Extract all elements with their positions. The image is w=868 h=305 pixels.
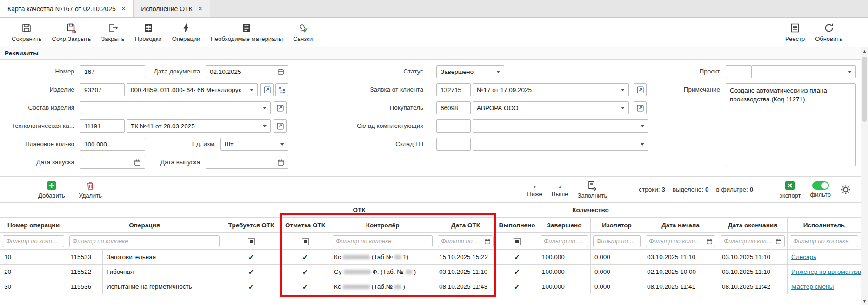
refresh-button[interactable]: Обновить bbox=[810, 20, 848, 44]
buyer-code-input[interactable] bbox=[436, 101, 471, 114]
col-header-end-date[interactable]: Дата окончания bbox=[718, 218, 788, 233]
settings-gear-button[interactable] bbox=[840, 184, 851, 195]
grid-counters: строки:3 выделено:0 в фильтре:0 bbox=[639, 186, 753, 193]
fg-warehouse-code-input[interactable] bbox=[436, 138, 471, 151]
executor-link[interactable]: Слесарь bbox=[791, 253, 816, 260]
uom-select[interactable]: Шт bbox=[220, 138, 288, 151]
vertical-scrollbar[interactable]: ▲ ▼ bbox=[861, 47, 868, 305]
postings-button[interactable]: Проводки bbox=[130, 20, 167, 44]
components-warehouse-select[interactable] bbox=[473, 119, 648, 133]
filter-isolator[interactable] bbox=[593, 235, 641, 247]
operations-button[interactable]: Операции bbox=[167, 20, 206, 44]
tech-card-code-input[interactable] bbox=[80, 119, 125, 133]
status-select[interactable]: Завершено bbox=[436, 65, 504, 78]
composition-select[interactable] bbox=[80, 101, 271, 114]
operation-cell: Испытание на герметичность bbox=[103, 279, 222, 294]
add-row-button[interactable]: Добавить bbox=[38, 180, 65, 199]
client-request-code-input[interactable] bbox=[436, 83, 471, 96]
col-header-isolator[interactable]: Изолятор bbox=[591, 218, 643, 233]
filter-completed[interactable] bbox=[541, 235, 588, 247]
planned-qty-input[interactable] bbox=[80, 138, 145, 151]
col-header-operation[interactable]: Операция bbox=[67, 218, 222, 233]
col-header-completed[interactable]: Завершено bbox=[538, 218, 591, 233]
note-textarea[interactable]: Создано автоматически из плана производс… bbox=[726, 83, 856, 166]
col-header-op-number[interactable]: Номер операции bbox=[0, 218, 67, 233]
move-up-button[interactable]: ▴ Выше bbox=[552, 182, 568, 198]
product-code-input[interactable] bbox=[80, 83, 125, 96]
status-label: Статус bbox=[377, 65, 423, 78]
col-header-start-date[interactable]: Дата начала bbox=[643, 218, 718, 233]
save-button[interactable]: Сохранить bbox=[7, 20, 47, 44]
done-checkbox[interactable]: ✓ bbox=[496, 265, 538, 279]
filter-executor[interactable] bbox=[790, 235, 858, 247]
calendar-icon[interactable] bbox=[706, 238, 713, 245]
product-select[interactable]: 000.4859. 011.000- 64- 66 Металлорук bbox=[127, 83, 258, 96]
scroll-down-icon[interactable]: ▼ bbox=[861, 299, 868, 304]
calendar-icon[interactable] bbox=[775, 238, 782, 245]
materials-list-icon bbox=[241, 22, 252, 33]
filter-done-checkbox[interactable] bbox=[514, 238, 521, 245]
scroll-up-icon[interactable]: ▲ bbox=[861, 49, 868, 53]
calendar-icon[interactable] bbox=[277, 68, 284, 75]
col-header-executor[interactable]: Исполнитель bbox=[788, 218, 861, 233]
export-excel-button[interactable]: экспорт bbox=[779, 180, 801, 199]
col-header-otk-required[interactable]: Требуется ОТК bbox=[222, 218, 280, 233]
delete-row-button[interactable]: Удалить bbox=[79, 180, 102, 199]
otk-mark-checkbox[interactable]: ✓ bbox=[280, 279, 330, 294]
otk-required-checkbox[interactable]: ✓ bbox=[222, 250, 280, 265]
col-header-done[interactable]: Выполнено bbox=[496, 218, 538, 233]
filter-controller[interactable] bbox=[333, 235, 433, 247]
done-checkbox[interactable]: ✓ bbox=[496, 279, 538, 294]
otk-required-checkbox[interactable]: ✓ bbox=[222, 265, 280, 279]
project-select[interactable] bbox=[751, 65, 856, 78]
executor-link[interactable]: Мастер смены bbox=[791, 283, 834, 290]
filter-toggle-button[interactable]: фильтр bbox=[810, 181, 831, 198]
open-tech-card-button[interactable] bbox=[274, 119, 287, 133]
calendar-icon[interactable] bbox=[277, 159, 284, 166]
tab-close-icon[interactable]: × bbox=[198, 5, 202, 13]
project-code-input[interactable] bbox=[726, 65, 752, 78]
open-product-button[interactable] bbox=[260, 83, 274, 96]
open-buyer-button[interactable] bbox=[634, 101, 647, 114]
move-down-button[interactable]: ▾ Ниже bbox=[527, 182, 542, 198]
otk-required-checkbox[interactable]: ✓ bbox=[222, 279, 280, 294]
materials-button[interactable]: Необходимые материалы bbox=[205, 20, 288, 44]
otk-mark-checkbox[interactable]: ✓ bbox=[280, 250, 330, 265]
tab-otk-execution[interactable]: Исполнение ОТК × bbox=[134, 0, 210, 17]
release-date-input[interactable] bbox=[206, 156, 288, 169]
otk-mark-checkbox[interactable]: ✓ bbox=[280, 265, 330, 279]
open-composition-button[interactable] bbox=[274, 101, 287, 114]
filter-otk-mark-checkbox[interactable] bbox=[302, 238, 309, 245]
components-warehouse-code-input[interactable] bbox=[436, 119, 471, 133]
close-button[interactable]: Закрыть bbox=[96, 20, 130, 44]
col-header-otk-mark[interactable]: Отметка ОТК bbox=[280, 218, 330, 233]
client-request-select[interactable]: №17 от 17.09.2025 bbox=[473, 83, 629, 96]
executor-link[interactable]: Инженер по автоматизации bbox=[791, 268, 861, 275]
links-button[interactable]: Связки bbox=[288, 20, 318, 44]
tech-card-select[interactable]: ТК №41 от 28.03.2025 bbox=[127, 119, 271, 133]
open-client-request-button[interactable] bbox=[634, 83, 647, 96]
filter-operation[interactable] bbox=[69, 235, 220, 247]
filter-start-date[interactable] bbox=[646, 235, 715, 247]
filter-op-number[interactable] bbox=[3, 235, 64, 247]
done-checkbox[interactable]: ✓ bbox=[496, 250, 538, 265]
product-hierarchy-button[interactable] bbox=[275, 83, 288, 96]
table-row[interactable]: 10 115533 Заготовительная ✓ ✓ Кс(Таб.№1)… bbox=[0, 250, 861, 265]
tab-quality-card[interactable]: Карта качества №167 от 02.10.2025 × bbox=[0, 0, 134, 17]
doc-date-input[interactable]: 02.10.2025 bbox=[206, 65, 288, 78]
calendar-icon[interactable] bbox=[484, 238, 491, 245]
fill-button[interactable]: Заполнить bbox=[578, 180, 608, 199]
buyer-select[interactable]: АВРОРА ООО bbox=[473, 101, 629, 114]
filter-otk-required-checkbox[interactable] bbox=[248, 238, 255, 245]
table-row[interactable]: 20 115522 Гибочная ✓ ✓ СуФ. (Таб. №) 03.… bbox=[0, 265, 861, 279]
toggle-on-icon[interactable] bbox=[812, 181, 829, 190]
col-header-controller[interactable]: Контролёр bbox=[330, 218, 435, 233]
registry-button[interactable]: Реестр bbox=[780, 20, 810, 44]
save-close-button[interactable]: Сохр.Закрыть bbox=[47, 20, 96, 44]
tab-close-icon[interactable]: × bbox=[121, 5, 126, 13]
fg-warehouse-select[interactable] bbox=[473, 138, 648, 151]
executor-cell: Мастер смены bbox=[788, 279, 861, 294]
col-header-otk-date[interactable]: Дата ОТК bbox=[435, 218, 496, 233]
table-row[interactable]: 30 115536 Испытание на герметичность ✓ ✓… bbox=[0, 279, 861, 294]
scrollbar-thumb[interactable] bbox=[862, 57, 867, 122]
